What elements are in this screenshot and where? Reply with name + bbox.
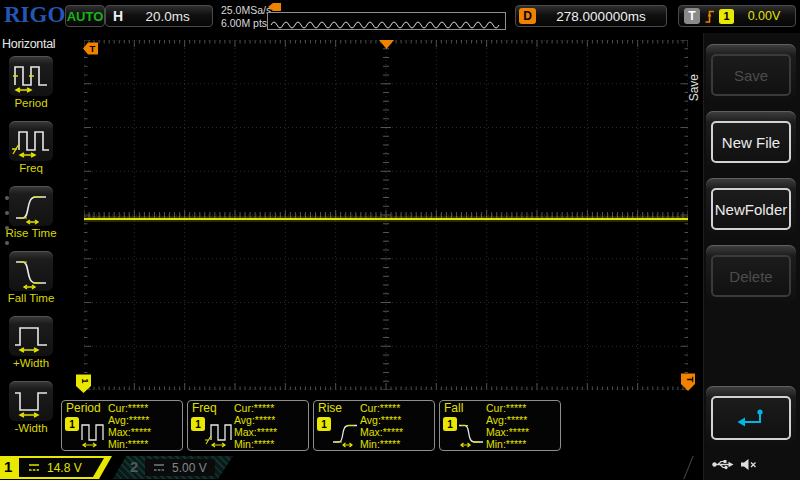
fall-time-icon	[9, 251, 53, 291]
stat-value: *****	[128, 402, 148, 414]
stat-label: Min:	[360, 438, 380, 450]
graticule	[84, 40, 688, 390]
dc-coupling-icon	[28, 463, 40, 472]
stat-value: *****	[131, 426, 151, 438]
sidebar-item-label: Freq	[0, 162, 62, 174]
sidebar-item-fall-time[interactable]: Fall Time	[0, 251, 62, 304]
stat-value: *****	[257, 426, 277, 438]
run-state-badge: AUTO	[65, 5, 105, 27]
sidebar-title: Horizontal	[2, 37, 55, 51]
speaker-muted-icon	[740, 458, 757, 471]
stat-label: Cur:	[108, 402, 128, 414]
sidebar-item-label: Rise Time	[0, 227, 62, 239]
period-waveform-icon	[79, 416, 109, 449]
acquisition-readout: 25.0MSa/s 6.00M pts	[221, 4, 271, 29]
rising-edge-icon	[704, 9, 715, 24]
page-indicator-dot	[5, 226, 9, 230]
sidebar-item-label: Fall Time	[0, 292, 62, 304]
stat-value: *****	[129, 414, 149, 426]
statusbar-divider	[683, 456, 693, 479]
stat-value: *****	[255, 414, 275, 426]
page-indicator-dot	[5, 241, 9, 245]
stat-label: Cur:	[486, 402, 506, 414]
page-indicator-dot	[5, 211, 9, 215]
measurement-title: Period	[66, 401, 101, 415]
freq-waveform-icon	[205, 416, 235, 449]
return-arrow-icon	[736, 407, 766, 429]
trigger-offscreen-left-marker[interactable]: T	[83, 42, 99, 55]
channel-2-status[interactable]: 2 5.00 V	[113, 456, 233, 479]
stat-value: *****	[506, 402, 526, 414]
sidebar-item-rise-time[interactable]: Rise Time	[0, 186, 62, 239]
ch1-offset-offscale-marker[interactable]: 1	[75, 374, 92, 394]
sample-rate: 25.0MSa/s	[221, 4, 271, 17]
stat-label: Max:	[234, 426, 257, 438]
page-indicator-dot	[5, 196, 9, 200]
stat-label: Max:	[108, 426, 131, 438]
usb-icon	[712, 458, 734, 471]
measurement-panel-freq[interactable]: Freq 1 Cur:***** Avg:***** Max:***** Min…	[187, 400, 309, 451]
oscilloscope-screen: RIGOL AUTO H 20.0ms 25.0MSa/s 6.00M pts …	[0, 0, 800, 480]
delay-label: D	[519, 8, 536, 24]
sidebar-item-minus-width[interactable]: -Width	[0, 381, 62, 434]
run-state-label: AUTO	[67, 9, 104, 24]
period-icon	[9, 56, 53, 96]
back-button[interactable]	[706, 386, 796, 444]
measurement-title: Freq	[192, 401, 217, 415]
timebase-label: H	[113, 8, 123, 24]
measurement-panel-period[interactable]: Period 1 Cur:***** Avg:***** Max:***** M…	[61, 400, 183, 451]
stat-value: *****	[507, 414, 527, 426]
stat-label: Avg:	[234, 414, 255, 426]
stat-label: Avg:	[360, 414, 381, 426]
stat-label: Cur:	[234, 402, 254, 414]
stat-label: Avg:	[486, 414, 507, 426]
stat-value: *****	[506, 438, 526, 450]
rise-waveform-icon	[331, 416, 361, 449]
stat-label: Avg:	[108, 414, 129, 426]
stat-value: *****	[128, 438, 148, 450]
delay-readout: D 278.000000ms	[515, 5, 667, 27]
save-button[interactable]: Save	[706, 44, 796, 100]
channel-badge: 1	[443, 417, 457, 431]
stat-value: *****	[380, 402, 400, 414]
svg-text:T: T	[90, 43, 96, 54]
stat-label: Min:	[234, 438, 254, 450]
channel-number: 1	[4, 458, 12, 475]
system-tray	[712, 458, 757, 471]
channel-badge: 1	[191, 417, 205, 431]
trigger-level-offscale-marker[interactable]: T	[680, 373, 696, 392]
sidebar-item-period[interactable]: Period	[0, 56, 62, 109]
stat-label: Max:	[360, 426, 383, 438]
measurement-title: Rise	[318, 401, 342, 415]
stat-value: *****	[254, 438, 274, 450]
new-folder-button[interactable]: NewFolder	[706, 178, 796, 234]
new-file-button[interactable]: New File	[706, 111, 796, 167]
trigger-label: T	[684, 8, 700, 24]
measurement-panel-fall[interactable]: Fall 1 Cur:***** Avg:***** Max:***** Min…	[439, 400, 561, 451]
timebase-value: 20.0ms	[123, 9, 212, 24]
sidebar-item-label: Period	[0, 97, 62, 109]
trigger-position-marker[interactable]	[379, 40, 394, 49]
svg-text:1: 1	[80, 378, 90, 383]
delete-button[interactable]: Delete	[706, 245, 796, 301]
timebase-readout: H 20.0ms	[105, 5, 213, 27]
measurement-panel-rise[interactable]: Rise 1 Cur:***** Avg:***** Max:***** Min…	[313, 400, 435, 451]
channel-badge: 1	[65, 417, 79, 431]
sidebar-item-label: +Width	[0, 357, 62, 369]
svg-text:T: T	[685, 377, 695, 383]
stat-value: *****	[509, 426, 529, 438]
stat-value: *****	[254, 402, 274, 414]
channel-scale: 14.8 V	[47, 461, 82, 475]
channel-number: 2	[130, 458, 138, 475]
channel-1-status[interactable]: 1 14.8 V	[0, 456, 112, 479]
sidebar-item-freq[interactable]: Freq	[0, 121, 62, 174]
fall-waveform-icon	[457, 416, 487, 449]
channel-scale: 5.00 V	[172, 461, 207, 475]
sidebar-item-plus-width[interactable]: +Width	[0, 316, 62, 369]
trigger-source-badge: 1	[719, 9, 734, 24]
trigger-readout: T 1 0.00V	[678, 5, 796, 27]
stat-label: Min:	[486, 438, 506, 450]
stat-value: *****	[383, 426, 403, 438]
stat-label: Cur:	[360, 402, 380, 414]
plus-width-icon	[9, 316, 53, 356]
